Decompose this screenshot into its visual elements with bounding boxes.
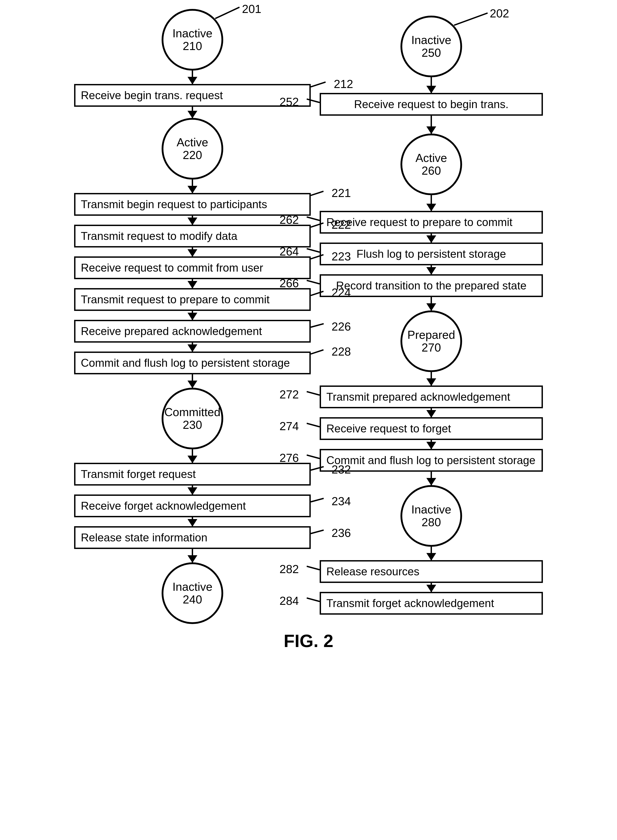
state-prepared-270: Prepared 270 [400,311,462,372]
state-label: Inactive [411,503,451,516]
step-252: Receive request to begin trans. [320,93,543,116]
state-number: 220 [183,149,202,161]
arrow-down-icon [192,107,193,118]
step-wrap: Transmit prepared acknowledgement 272 [320,386,543,408]
step-text: Receive begin trans. request [81,89,223,102]
step-text: Release state information [81,531,207,544]
state-wrap: Inactive 210 201 [162,9,223,71]
step-text: Receive forget acknowledgement [81,500,246,512]
step-wrap: Commit and flush log to persistent stora… [74,352,311,374]
step-262: Receive request to prepare to commit [320,211,543,234]
step-226: Receive prepared acknowledgement [74,320,311,343]
ref-252: 252 [279,95,299,108]
step-text: Transmit forget acknowledgement [326,597,494,609]
arrow-down-icon [192,279,193,288]
step-223: Receive request to commit from user [74,256,311,279]
arrow-down-icon [431,372,432,386]
ref-284: 284 [279,594,299,608]
step-wrap: Receive begin trans. request 212 [74,84,311,107]
state-committed-230: Committed 230 [162,388,223,450]
step-wrap: Receive prepared acknowledgement 226 [74,320,311,343]
step-text: Transmit forget request [81,468,196,481]
step-wrap: Receive request to commit from user 223 [74,256,311,279]
state-number: 280 [422,516,441,529]
step-text: Transmit begin request to participants [81,198,267,211]
state-label: Committed [164,406,220,419]
ref-282: 282 [279,562,299,576]
step-284: Transmit forget acknowledgement [320,592,543,615]
step-wrap: Receive request to prepare to commit 262 [320,211,543,234]
step-264: Flush log to persistent storage [320,243,543,265]
diagram-page: Inactive 210 201 Receive begin trans. re… [9,9,608,624]
step-222: Transmit request to modify data [74,225,311,247]
state-wrap: Inactive 250 202 [400,16,462,77]
step-text: Commit and flush log to persistent stora… [326,454,536,467]
step-wrap: Transmit request to prepare to commit 22… [74,288,311,311]
arrow-down-icon [431,472,432,485]
arrow-down-icon [192,71,193,84]
state-number: 210 [183,40,202,52]
left-flow: Inactive 210 201 Receive begin trans. re… [74,9,311,624]
step-228: Commit and flush log to persistent stora… [74,352,311,374]
step-text: Receive request to forget [326,422,451,435]
state-label: Active [415,152,447,164]
state-inactive-240: Inactive 240 [162,562,223,624]
arrow-down-icon [431,195,432,211]
ref-262: 262 [279,213,299,226]
step-wrap: Transmit forget request 232 [74,463,311,485]
arrow-down-icon [192,485,193,494]
step-wrap: Transmit forget acknowledgement 284 [320,592,543,615]
state-number: 270 [422,341,441,354]
step-text: Flush log to persistent storage [357,248,506,260]
state-label: Inactive [172,580,212,593]
step-224: Transmit request to prepare to commit [74,288,311,311]
step-text: Receive request to commit from user [81,262,263,274]
state-label: Active [177,136,208,149]
step-wrap: Record transition to the prepared state … [320,274,543,297]
arrow-down-icon [192,374,193,388]
step-wrap: Receive request to begin trans. 252 [320,93,543,116]
state-label: Inactive [411,34,451,46]
ref-272: 272 [279,388,299,401]
step-wrap: Flush log to persistent storage 264 [320,243,543,265]
arrow-down-icon [431,234,432,243]
state-number: 250 [422,46,441,59]
step-text: Release resources [326,565,419,578]
right-flow: Inactive 250 202 Receive request to begi… [320,16,543,615]
ref-274: 274 [279,420,299,433]
state-label: Prepared [407,328,455,341]
state-number: 240 [183,593,202,606]
figure-label: FIG. 2 [9,631,608,651]
step-212: Receive begin trans. request [74,84,311,107]
step-text: Receive prepared acknowledgement [81,325,262,337]
arrow-down-icon [192,450,193,463]
arrow-down-icon [431,583,432,592]
arrow-down-icon [431,77,432,93]
arrow-down-icon [192,517,193,526]
step-text: Transmit request to prepare to commit [81,293,270,306]
arrow-down-icon [431,297,432,311]
step-234: Receive forget acknowledgement [74,494,311,517]
arrow-down-icon [192,549,193,562]
state-number: 260 [422,164,441,177]
state-label: Inactive [172,27,212,40]
step-wrap: Release resources 282 [320,560,543,583]
step-wrap: Receive request to forget 274 [320,417,543,440]
arrow-down-icon [192,311,193,320]
step-text: Transmit request to modify data [81,230,237,243]
step-text: Receive request to prepare to commit [326,216,512,228]
arrow-down-icon [192,216,193,225]
state-number: 230 [183,419,202,431]
step-text: Commit and flush log to persistent stora… [81,357,290,369]
step-236: Release state information [74,526,311,549]
step-221: Transmit begin request to participants [74,193,311,216]
arrow-down-icon [431,547,432,560]
arrow-down-icon [192,247,193,256]
step-text: Record transition to the prepared state [336,280,526,292]
step-wrap: Transmit request to modify data 222 [74,225,311,247]
step-232: Transmit forget request [74,463,311,485]
arrow-down-icon [431,116,432,133]
step-text: Receive request to begin trans. [354,98,509,111]
arrow-down-icon [192,180,193,193]
step-wrap: Receive forget acknowledgement 234 [74,494,311,517]
